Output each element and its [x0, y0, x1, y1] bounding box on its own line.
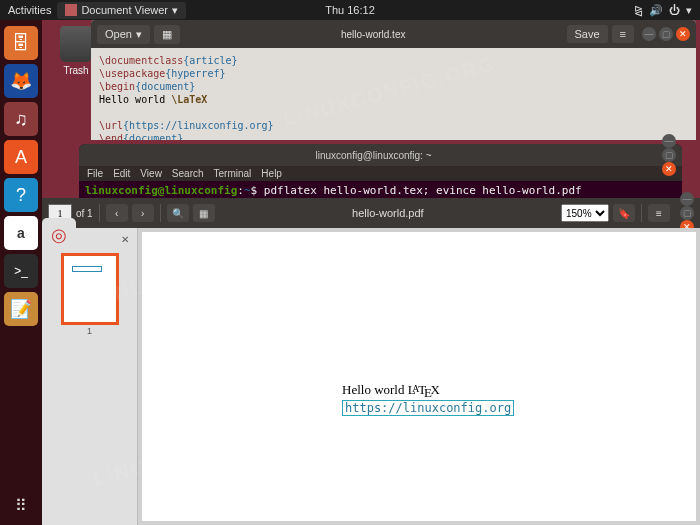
- terminal-titlebar: linuxconfig@linuxconfig: ~ — ▢ ✕: [79, 144, 682, 166]
- activities-button[interactable]: Activities: [8, 4, 51, 16]
- app-menu-label: Document Viewer: [81, 4, 168, 16]
- search-icon[interactable]: 🔍: [167, 204, 189, 222]
- new-tab-button[interactable]: ▦: [154, 25, 180, 44]
- page-thumbnail[interactable]: 1: [61, 253, 119, 325]
- menu-view[interactable]: View: [140, 168, 162, 179]
- svg-rect-0: [65, 4, 77, 16]
- page-total: of 1: [76, 208, 93, 219]
- gedit-title: hello-world.tex: [180, 29, 567, 40]
- pdf-text-hello: Hello world LATEX: [342, 382, 440, 401]
- close-icon[interactable]: ✕: [662, 162, 676, 176]
- menu-edit[interactable]: Edit: [113, 168, 130, 179]
- chevron-down-icon[interactable]: ▾: [686, 4, 692, 17]
- launcher-rhythmbox[interactable]: ♫: [4, 102, 38, 136]
- launcher-files[interactable]: 🗄: [4, 26, 38, 60]
- terminal-window: linuxconfig@linuxconfig: ~ — ▢ ✕ File Ed…: [79, 144, 682, 204]
- trash-icon: [60, 26, 92, 62]
- close-icon[interactable]: ✕: [676, 27, 690, 41]
- launcher-software[interactable]: A: [4, 140, 38, 174]
- evince-window: of 1 ‹ › 🔍 ▦ hello-world.pdf 50%100%150%…: [42, 198, 700, 525]
- launcher-dock: 🗄 🦊 ♫ A ? a >_ 📝 ◎ ⠿: [0, 20, 42, 525]
- minimize-icon[interactable]: —: [680, 192, 694, 206]
- evince-title: hello-world.pdf: [219, 207, 557, 219]
- next-page-button[interactable]: ›: [132, 204, 154, 222]
- evince-headerbar: of 1 ‹ › 🔍 ▦ hello-world.pdf 50%100%150%…: [42, 198, 700, 228]
- gnome-topbar: Activities Document Viewer ▾ Thu 16:12 ⧎…: [0, 0, 700, 20]
- thumbnail-number: 1: [64, 326, 116, 336]
- evince-app-icon: [65, 4, 77, 16]
- network-icon[interactable]: ⧎: [634, 4, 643, 17]
- sidebar-close-icon[interactable]: ✕: [121, 234, 129, 245]
- page-area[interactable]: Hello world LATEX https://linuxconfig.or…: [138, 228, 700, 525]
- maximize-icon[interactable]: ▢: [662, 148, 676, 162]
- launcher-firefox[interactable]: 🦊: [4, 64, 38, 98]
- gedit-window: Open ▾ ▦ hello-world.tex Save ≡ — ▢ ✕ \d…: [91, 20, 696, 140]
- menu-help[interactable]: Help: [261, 168, 282, 179]
- pdf-hyperlink[interactable]: https://linuxconfig.org: [342, 400, 514, 416]
- terminal-menubar: File Edit View Search Terminal Help: [79, 166, 682, 181]
- maximize-icon[interactable]: ▢: [659, 27, 673, 41]
- gedit-editor[interactable]: \documentclass{article} \usepackage{hype…: [91, 48, 696, 140]
- thumbnail-content: [72, 266, 102, 272]
- prev-page-button[interactable]: ‹: [106, 204, 128, 222]
- launcher-gedit[interactable]: 📝: [4, 292, 38, 326]
- minimize-icon[interactable]: —: [642, 27, 656, 41]
- maximize-icon[interactable]: ▢: [680, 206, 694, 220]
- launcher-amazon[interactable]: a: [4, 216, 38, 250]
- menu-terminal[interactable]: Terminal: [214, 168, 252, 179]
- gedit-headerbar: Open ▾ ▦ hello-world.tex Save ≡ — ▢ ✕: [91, 20, 696, 48]
- clock[interactable]: Thu 16:12: [325, 4, 375, 16]
- launcher-help[interactable]: ?: [4, 178, 38, 212]
- show-apps-icon[interactable]: ⠿: [15, 496, 27, 515]
- menu-search[interactable]: Search: [172, 168, 204, 179]
- minimize-icon[interactable]: —: [662, 134, 676, 148]
- hamburger-menu-icon[interactable]: ≡: [648, 204, 670, 222]
- zoom-select[interactable]: 50%100%150%200%: [561, 204, 609, 222]
- hamburger-menu-icon[interactable]: ≡: [612, 25, 634, 43]
- audio-icon[interactable]: 🔊: [649, 4, 663, 17]
- sidebar-toggle-icon[interactable]: ▦: [193, 204, 215, 222]
- bookmark-icon[interactable]: 🔖: [613, 204, 635, 222]
- app-menu[interactable]: Document Viewer ▾: [57, 2, 186, 19]
- menu-file[interactable]: File: [87, 168, 103, 179]
- launcher-terminal[interactable]: >_: [4, 254, 38, 288]
- terminal-title: linuxconfig@linuxconfig: ~: [85, 150, 662, 161]
- evince-sidebar: Thu…✕ 1: [42, 228, 138, 525]
- save-button[interactable]: Save: [567, 25, 608, 43]
- rendered-page: Hello world LATEX https://linuxconfig.or…: [142, 232, 696, 521]
- power-icon[interactable]: ⏻: [669, 4, 680, 17]
- launcher-evince[interactable]: ◎: [42, 218, 76, 252]
- open-button[interactable]: Open ▾: [97, 25, 150, 44]
